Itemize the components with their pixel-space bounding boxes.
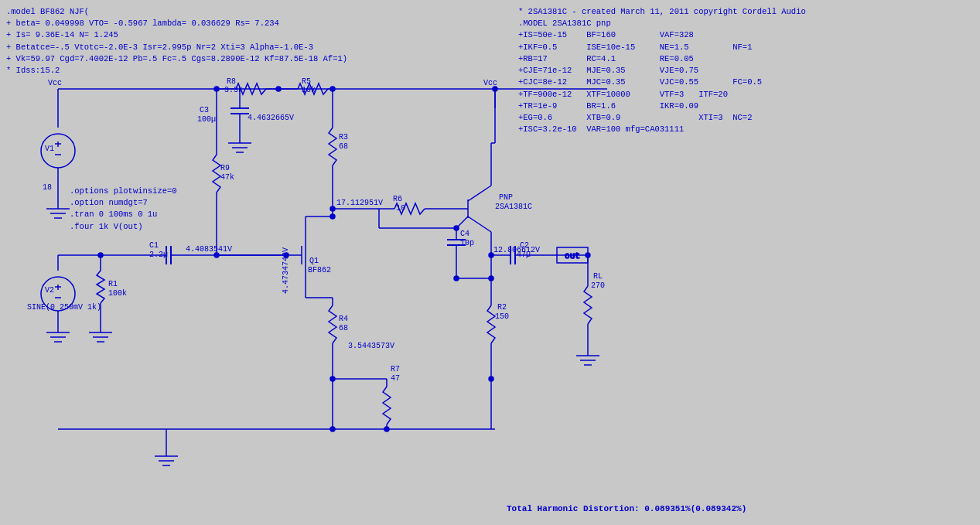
r7-label: R7 [391,365,400,373]
v-3544-label: 3.5443573V [348,342,394,350]
r3-val: 68 [339,142,348,151]
r3-label: R3 [339,133,348,141]
main-content: out Vcc V [0,0,980,525]
r2-val: 150 [495,312,509,321]
svg-line-80 [468,216,491,232]
q1-val: BF862 [308,266,331,274]
q1-label: Q1 [309,257,319,265]
r1-val: 100k [108,289,127,298]
svg-text:out: out [565,251,580,261]
v-17112-label: 17.112951V [336,199,383,207]
r6-val: 10 [396,204,405,213]
r9-val: 47k [220,173,234,182]
r5-label: R5 [302,77,311,86]
v2-label: V2 [45,286,54,295]
v-4473-label: 4.4734748V [282,247,290,294]
r7-val: 47 [391,374,400,383]
v-4463-label: 4.4632665V [248,114,294,122]
schematic-svg: out Vcc V [0,0,980,525]
fourier-table-container: Harmonic Frequency Fourier Normalized Ph… [507,503,746,513]
c2-label: C2 [520,241,529,250]
model-njf-text: .model BF862 NJF( + beta= 0.049998 VTO= … [6,6,347,77]
r4-label: R4 [339,315,348,323]
r5-val: 10k [302,86,316,94]
options-text: .options plotwinsize=0 .option numdgt=7 … [70,186,177,233]
pnp-val: 2SA1381C [495,203,532,211]
rl-label: RL [593,272,603,281]
r6-label: R6 [393,195,402,203]
r8-val: 3.3k [224,86,243,94]
r9-label: R9 [220,164,230,172]
svg-point-32 [98,253,103,257]
r8-label: R8 [227,77,236,86]
vcc-label-1: Vcc [48,79,62,87]
c3-label: C3 [200,106,209,114]
svg-point-116 [384,427,389,431]
thd-label: Total Harmonic Distortion: 0.089351%(0.0… [507,504,746,513]
r2-label: R2 [497,303,507,312]
c4-val: 10p [460,239,474,247]
svg-line-95 [456,216,468,228]
v18-label: 18 [43,183,52,192]
c2-val: 47µ [517,251,531,259]
c4-label: C4 [460,230,470,238]
sine-label: SINE(0 250mV 1k) [27,303,101,312]
pnp-label: PNP [499,193,513,202]
r4-val: 68 [339,324,348,332]
svg-line-76 [468,186,491,201]
c1-val: 2.2µ [149,251,168,259]
vcc-label-2: Vcc [483,79,497,87]
r1-label: R1 [108,280,118,288]
v-4408-label: 4.4083541V [186,245,232,254]
rl-val: 270 [591,281,605,290]
c1-label: C1 [149,241,159,250]
model-pnp-text: * 2SA1381C - created March 11, 2011 copy… [518,6,806,135]
v1-label: V1 [45,145,54,153]
c3-val: 100µ [197,115,216,124]
